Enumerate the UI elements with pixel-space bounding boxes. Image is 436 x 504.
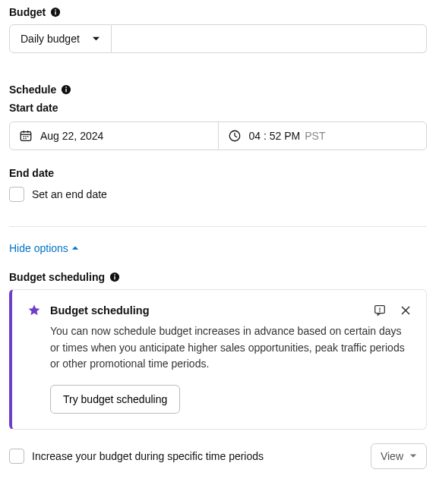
schedule-label-text: Schedule: [9, 83, 56, 96]
info-icon[interactable]: [50, 7, 61, 17]
svg-rect-1: [55, 11, 56, 14]
star-icon: [27, 304, 41, 317]
budget-label: Budget: [9, 6, 427, 18]
start-time-tz: PST: [305, 130, 325, 142]
start-date-input[interactable]: Aug 22, 2024: [10, 122, 218, 150]
end-date-label: End date: [9, 167, 427, 179]
try-budget-scheduling-button[interactable]: Try budget scheduling: [50, 385, 180, 414]
view-button[interactable]: View: [371, 443, 427, 469]
end-date-checkbox[interactable]: [9, 187, 24, 202]
divider: [9, 226, 427, 227]
svg-point-12: [27, 136, 29, 137]
increase-budget-checkbox[interactable]: [9, 449, 24, 464]
svg-point-13: [23, 138, 24, 140]
budget-row: Daily budget: [9, 24, 427, 53]
chevron-up-icon: [71, 244, 79, 252]
feedback-icon[interactable]: [373, 304, 387, 317]
budget-amount-input[interactable]: [112, 24, 427, 53]
budget-label-text: Budget: [9, 6, 46, 18]
budget-type-value: Daily budget: [21, 33, 80, 45]
svg-point-10: [23, 136, 24, 137]
end-date-checkbox-row: Set an end date: [9, 187, 427, 202]
chevron-down-icon: [92, 35, 100, 43]
callout-title: Budget scheduling: [50, 304, 150, 317]
svg-line-17: [235, 136, 237, 137]
info-icon[interactable]: [61, 84, 71, 95]
svg-point-5: [65, 87, 67, 88]
hide-options-label: Hide options: [9, 242, 68, 254]
end-date-checkbox-label: Set an end date: [32, 188, 107, 200]
increase-budget-label: Increase your budget during specific tim…: [32, 450, 264, 462]
svg-point-14: [25, 138, 27, 140]
budget-type-select[interactable]: Daily budget: [9, 24, 112, 53]
increase-budget-row: Increase your budget during specific tim…: [9, 443, 427, 469]
chevron-down-icon: [409, 452, 417, 460]
budget-scheduling-label-text: Budget scheduling: [9, 271, 105, 283]
start-date-label: Start date: [9, 102, 427, 114]
view-button-label: View: [381, 450, 403, 462]
clock-icon: [228, 129, 242, 143]
start-date-row: Aug 22, 2024 04 : 52 PM PST: [9, 121, 427, 150]
svg-point-2: [55, 9, 56, 11]
svg-point-11: [25, 136, 27, 137]
start-time-input[interactable]: 04 : 52 PM PST: [218, 122, 427, 150]
close-icon[interactable]: [400, 305, 411, 316]
callout-body: You can now schedule budget increases in…: [27, 323, 411, 373]
schedule-label: Schedule: [9, 83, 427, 96]
svg-point-20: [114, 274, 115, 276]
calendar-icon: [19, 129, 33, 143]
svg-rect-19: [114, 276, 115, 279]
info-icon[interactable]: [109, 272, 120, 282]
svg-rect-4: [66, 89, 67, 92]
start-time-value: 04 : 52 PM: [249, 130, 301, 142]
start-date-value: Aug 22, 2024: [40, 130, 103, 142]
hide-options-toggle[interactable]: Hide options: [9, 242, 427, 254]
budget-scheduling-callout: Budget scheduling You can now schedule b…: [9, 289, 427, 430]
svg-point-23: [379, 310, 381, 312]
budget-scheduling-label: Budget scheduling: [9, 271, 427, 283]
